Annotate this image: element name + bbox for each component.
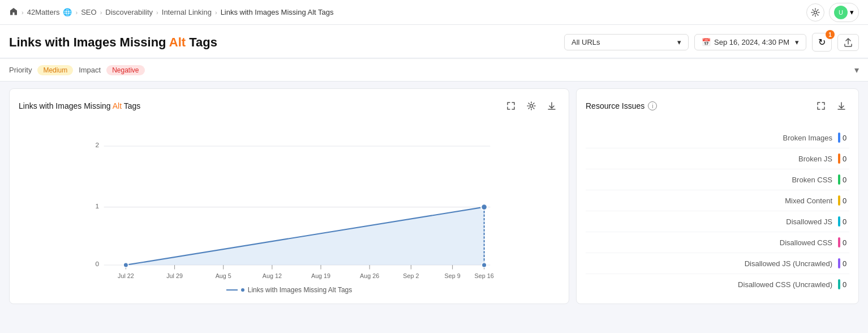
resource-value-disallowed-css-uncrawled: 0	[843, 280, 849, 289]
settings-button[interactable]	[806, 3, 824, 22]
resource-color-disallowed-css-uncrawled	[838, 279, 840, 289]
share-button[interactable]	[837, 34, 859, 51]
url-dropdown-value: All URLs	[571, 38, 600, 46]
globe-icon: 🌐	[63, 8, 72, 16]
chart-legend: Links with Images Missing Alt Tags	[19, 286, 560, 294]
resource-name-disallowed-js: Disallowed JS	[586, 217, 832, 226]
resource-name-broken-js: Broken JS	[586, 155, 832, 163]
avatar-button[interactable]: U ▾	[829, 3, 859, 22]
breadcrumb-sep-2: ›	[100, 9, 102, 16]
svg-point-30	[482, 263, 487, 268]
left-panel: Links with Images Missing Alt Tags 2 1	[9, 88, 569, 304]
date-value: Sep 16, 2024, 4:30 PM	[714, 38, 789, 46]
breadcrumb-sep-3: ›	[156, 9, 158, 16]
resource-row: Broken CSS 0	[586, 169, 849, 190]
left-settings-button[interactable]	[523, 98, 539, 114]
breadcrumb-42matters[interactable]: 42Matters	[27, 8, 60, 16]
resource-panel-header: Resource Issues i	[586, 98, 849, 114]
page-title-highlight: Alt	[169, 35, 186, 49]
resource-color-broken-images	[838, 133, 840, 143]
refresh-badge: 1	[826, 30, 835, 39]
impact-negative-badge: Negative	[106, 65, 144, 75]
title-bar: Links with Images Missing Alt Tags All U…	[0, 25, 868, 57]
svg-text:2: 2	[95, 141, 99, 149]
resource-name-disallowed-js-uncrawled: Disallowed JS (Uncrawled)	[586, 259, 832, 268]
resource-row: Broken Images 0	[586, 127, 849, 148]
date-chevron: ▾	[795, 38, 799, 46]
left-panel-header: Links with Images Missing Alt Tags	[19, 98, 560, 114]
calendar-icon: 📅	[702, 38, 711, 46]
page-title: Links with Images Missing Alt Tags	[9, 35, 217, 50]
header-bar: › 42Matters 🌐 › SEO › Discoverability › …	[0, 0, 868, 25]
breadcrumb-sep-0: ›	[22, 9, 24, 16]
svg-text:0: 0	[95, 260, 99, 268]
resource-panel-actions	[813, 98, 849, 114]
left-download-button[interactable]	[544, 98, 560, 114]
resource-value-broken-js: 0	[843, 155, 849, 163]
resource-bar-broken-js: 0	[838, 153, 849, 164]
avatar: U	[834, 6, 848, 19]
svg-text:Aug 19: Aug 19	[311, 272, 330, 279]
breadcrumb-current: Links with Images Missing Alt Tags	[221, 8, 334, 16]
resource-row: Broken JS 0	[586, 148, 849, 169]
resource-name-broken-css: Broken CSS	[586, 176, 832, 184]
right-panel: Resource Issues i Broken Images 0	[576, 88, 859, 304]
left-panel-actions	[503, 98, 560, 114]
resource-color-disallowed-js	[838, 216, 840, 227]
priority-medium-badge: Medium	[37, 65, 73, 75]
resource-bar-broken-images: 0	[838, 133, 849, 143]
resource-info-icon[interactable]: i	[648, 101, 657, 110]
svg-text:Jul 22: Jul 22	[118, 272, 134, 279]
resource-value-mixed-content: 0	[843, 197, 849, 205]
chart-area: 2 1 0 Jul 22 Jul 29 Au	[19, 123, 560, 281]
resource-download-button[interactable]	[833, 98, 849, 114]
resource-value-broken-images: 0	[843, 134, 849, 142]
resource-color-mixed-content	[838, 195, 840, 206]
resource-name-disallowed-css-uncrawled: Disallowed CSS (Uncrawled)	[586, 280, 832, 289]
resource-bar-disallowed-js-uncrawled: 0	[838, 258, 849, 268]
resource-value-broken-css: 0	[843, 176, 849, 184]
resource-title: Resource Issues i	[586, 101, 657, 110]
avatar-chevron: ▾	[850, 8, 854, 16]
refresh-button[interactable]: ↻ 1	[812, 33, 832, 52]
legend-label: Links with Images Missing Alt Tags	[248, 286, 353, 294]
resource-bar-mixed-content: 0	[838, 195, 849, 206]
home-icon[interactable]	[9, 7, 18, 18]
resource-expand-button[interactable]	[813, 98, 829, 114]
svg-text:Aug 26: Aug 26	[360, 272, 379, 279]
svg-point-0	[814, 11, 817, 14]
priority-left: Priority Medium Impact Negative	[9, 65, 145, 75]
svg-point-29	[481, 204, 487, 210]
svg-text:Sep 2: Sep 2	[403, 272, 419, 279]
resource-name-broken-images: Broken Images	[586, 134, 832, 142]
resource-row: Disallowed JS 0	[586, 211, 849, 232]
priority-bar: Priority Medium Impact Negative ▾	[0, 58, 868, 82]
resource-bar-broken-css: 0	[838, 174, 849, 185]
breadcrumb-sep-1: ›	[75, 9, 78, 16]
svg-text:Jul 29: Jul 29	[166, 272, 183, 279]
resource-name-mixed-content: Mixed Content	[586, 197, 832, 205]
left-panel-title-highlight: Alt	[113, 101, 122, 110]
breadcrumb-sep-4: ›	[215, 9, 217, 16]
breadcrumb: › 42Matters 🌐 › SEO › Discoverability › …	[9, 7, 334, 18]
resource-color-broken-css	[838, 174, 840, 185]
svg-text:Aug 5: Aug 5	[216, 272, 231, 279]
breadcrumb-seo[interactable]: SEO	[81, 8, 96, 16]
breadcrumb-discoverability[interactable]: Discoverability	[105, 8, 153, 16]
resource-row: Disallowed CSS (Uncrawled) 0	[586, 274, 849, 294]
url-dropdown[interactable]: All URLs ▾	[564, 34, 689, 50]
svg-text:1: 1	[95, 202, 99, 210]
svg-text:Sep 9: Sep 9	[445, 272, 461, 279]
resource-row: Disallowed CSS 0	[586, 232, 849, 253]
resource-color-broken-js	[838, 153, 840, 164]
left-expand-button[interactable]	[503, 98, 519, 114]
priority-bar-chevron[interactable]: ▾	[854, 65, 859, 75]
refresh-icon: ↻	[818, 37, 826, 48]
breadcrumb-internal-linking[interactable]: Internal Linking	[162, 8, 212, 16]
svg-text:Sep 16: Sep 16	[475, 272, 494, 279]
date-dropdown[interactable]: 📅 Sep 16, 2024, 4:30 PM ▾	[694, 34, 806, 50]
resource-bar-disallowed-css: 0	[838, 237, 849, 247]
svg-text:Aug 12: Aug 12	[263, 272, 282, 279]
impact-label: Impact	[79, 66, 101, 74]
main-content: Links with Images Missing Alt Tags 2 1	[0, 82, 868, 311]
